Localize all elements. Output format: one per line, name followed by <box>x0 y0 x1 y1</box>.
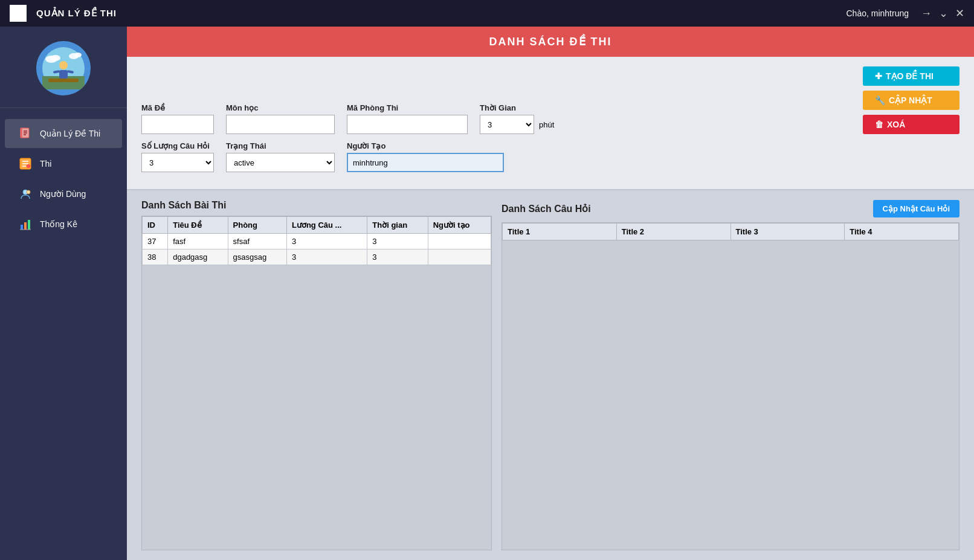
cell-phong: sfsaf <box>228 234 286 249</box>
app-logo <box>10 5 27 22</box>
col-id: ID <box>143 217 168 234</box>
danh-sach-cau-hoi-panel: Danh Sách Câu Hỏi Cập Nhật Câu Hỏi Title… <box>502 200 959 550</box>
nguoi-tao-label: Người Tạo <box>347 141 504 150</box>
title-bar: QUẢN LÝ ĐỀ THI Chào, minhtrung → ⌄ ✕ <box>0 0 974 27</box>
ma-phong-thi-label: Mã Phòng Thi <box>347 103 468 112</box>
danh-sach-bai-thi-panel: Danh Sách Bài Thi ID Tiêu Đề Phòng Lương… <box>141 200 492 550</box>
form-row-1: Mã Đề Môn học Mã Phòng Thi Thời Gian 1 <box>141 66 959 134</box>
cau-hoi-table-wrapper: Title 1 Title 2 Title 3 Title 4 <box>502 222 959 550</box>
phut-label: phút <box>539 120 554 129</box>
cau-hoi-header: Danh Sách Câu Hỏi Cập Nhật Câu Hỏi <box>502 200 959 217</box>
svg-rect-25 <box>24 222 27 230</box>
cap-nhat-button[interactable]: 🔧 CẬP NHẬT <box>863 91 959 110</box>
sidebar-item-label: Quản Lý Đề Thi <box>40 129 100 138</box>
table-row[interactable]: 38 dgadgasg gsasgsag 3 3 <box>143 249 491 265</box>
cell-thoi-gian: 3 <box>367 249 428 265</box>
tao-de-thi-button[interactable]: ✚ TẠO ĐỀ THI <box>863 66 959 86</box>
cell-luong-cau: 3 <box>286 249 367 265</box>
col-title2: Title 2 <box>616 224 730 240</box>
svg-rect-26 <box>28 220 30 230</box>
col-thoi-gian: Thời gian <box>367 217 428 234</box>
trash-icon: 🗑 <box>875 120 883 129</box>
mon-hoc-input[interactable] <box>226 115 335 134</box>
cell-phong: gsasgsag <box>228 249 286 265</box>
sidebar-item-thong-ke[interactable]: Thống Kê <box>5 210 122 239</box>
cap-nhat-cau-hoi-button[interactable]: Cập Nhật Câu Hỏi <box>873 200 959 217</box>
cau-hoi-title: Danh Sách Câu Hỏi <box>502 203 591 214</box>
main-layout: Quản Lý Đề Thi ! Thi <box>0 27 974 560</box>
svg-rect-10 <box>48 79 79 82</box>
bai-thi-table-wrapper: ID Tiêu Đề Phòng Lương Câu ... Thời gian… <box>141 216 492 550</box>
cell-tieu-de: dgadgasg <box>168 249 228 265</box>
ma-de-group: Mã Đề <box>141 103 214 134</box>
nguoi-tao-group: Người Tạo <box>347 141 504 172</box>
svg-point-4 <box>74 53 82 57</box>
sidebar: Quản Lý Đề Thi ! Thi <box>0 27 127 560</box>
nguoi-dung-icon <box>17 185 34 202</box>
form-row-2: Số Lượng Câu Hỏi 1 2 3 4 5 10 Trạng Thái… <box>141 141 959 172</box>
so-luong-cau-hoi-label: Số Lượng Câu Hỏi <box>141 141 214 150</box>
sidebar-item-nguoi-dung[interactable]: Người Dùng <box>5 179 122 208</box>
col-luong-cau: Lương Câu ... <box>286 217 367 234</box>
logout-icon[interactable]: → <box>921 7 932 20</box>
xoa-button[interactable]: 🗑 XOÁ <box>863 115 959 134</box>
bai-thi-title: Danh Sách Bài Thi <box>141 200 226 211</box>
ma-de-label: Mã Đề <box>141 103 214 112</box>
button-group: ✚ TẠO ĐỀ THI 🔧 CẬP NHẬT 🗑 XOÁ <box>863 66 959 134</box>
cell-id: 37 <box>143 234 168 249</box>
thoi-gian-select[interactable]: 1 2 3 5 10 15 30 45 60 <box>480 115 534 134</box>
minimize-icon[interactable]: ⌄ <box>939 7 948 20</box>
avatar <box>36 41 91 95</box>
trang-thai-select[interactable]: active inactive <box>226 153 335 172</box>
table-row[interactable]: 37 fasf sfsaf 3 3 <box>143 234 491 249</box>
col-title3: Title 3 <box>730 224 845 240</box>
col-tieu-de: Tiêu Đề <box>168 217 228 234</box>
app-title: QUẢN LÝ ĐỀ THI <box>36 8 846 19</box>
thong-ke-icon <box>17 216 34 233</box>
bai-thi-header: Danh Sách Bài Thi <box>141 200 492 211</box>
cau-hoi-table: Title 1 Title 2 Title 3 Title 4 <box>502 223 959 240</box>
cap-nhat-label: CẬP NHẬT <box>889 95 932 105</box>
tao-de-thi-label: TẠO ĐỀ THI <box>886 71 934 81</box>
sidebar-item-label: Thống Kê <box>40 219 77 229</box>
page-header: DANH SÁCH ĐỀ THI <box>127 27 974 57</box>
sidebar-avatar-area <box>0 27 127 108</box>
mon-hoc-group: Môn học <box>226 103 335 134</box>
greeting-text: Chào, minhtrung <box>846 8 909 18</box>
trang-thai-group: Trạng Thái active inactive <box>226 141 335 172</box>
col-title4: Title 4 <box>845 224 959 240</box>
cell-id: 38 <box>143 249 168 265</box>
thoi-gian-inner: 1 2 3 5 10 15 30 45 60 phút <box>480 115 554 134</box>
cau-hoi-header-row: Title 1 Title 2 Title 3 Title 4 <box>503 224 959 240</box>
cell-tieu-de: fasf <box>168 234 228 249</box>
svg-point-2 <box>51 55 60 61</box>
cell-nguoi-tao <box>428 234 491 249</box>
bai-thi-header-row: ID Tiêu Đề Phòng Lương Câu ... Thời gian… <box>143 217 491 234</box>
ma-phong-thi-input[interactable] <box>347 115 468 134</box>
sidebar-nav: Quản Lý Đề Thi ! Thi <box>0 108 127 249</box>
mon-hoc-label: Môn học <box>226 103 335 112</box>
so-luong-cau-hoi-group: Số Lượng Câu Hỏi 1 2 3 4 5 10 <box>141 141 214 172</box>
sidebar-item-thi[interactable]: ! Thi <box>5 149 122 178</box>
svg-text:!: ! <box>28 165 28 168</box>
form-area: Mã Đề Môn học Mã Phòng Thi Thời Gian 1 <box>127 57 974 190</box>
svg-point-6 <box>59 61 68 69</box>
sidebar-item-label: Người Dùng <box>40 189 86 199</box>
thoi-gian-group: Thời Gian 1 2 3 5 10 15 30 45 60 <box>480 103 554 134</box>
trang-thai-label: Trạng Thái <box>226 141 335 150</box>
content-area: DANH SÁCH ĐỀ THI Mã Đề Môn học Mã Phòng … <box>127 27 974 560</box>
sidebar-item-quan-ly-de-thi[interactable]: Quản Lý Đề Thi <box>5 119 122 148</box>
plus-icon: ✚ <box>875 71 882 81</box>
xoa-label: XOÁ <box>887 120 905 129</box>
svg-rect-7 <box>59 70 68 79</box>
so-luong-cau-hoi-select[interactable]: 1 2 3 4 5 10 <box>141 153 214 172</box>
page-title: DANH SÁCH ĐỀ THI <box>489 36 612 48</box>
nguoi-tao-input[interactable] <box>347 153 504 172</box>
col-nguoi-tao: Người tạo <box>428 217 491 234</box>
tables-section: Danh Sách Bài Thi ID Tiêu Đề Phòng Lương… <box>127 190 974 560</box>
ma-de-input[interactable] <box>141 115 214 134</box>
cell-luong-cau: 3 <box>286 234 367 249</box>
sidebar-item-label: Thi <box>40 159 51 169</box>
close-icon[interactable]: ✕ <box>955 7 964 20</box>
ma-phong-thi-group: Mã Phòng Thi <box>347 103 468 134</box>
